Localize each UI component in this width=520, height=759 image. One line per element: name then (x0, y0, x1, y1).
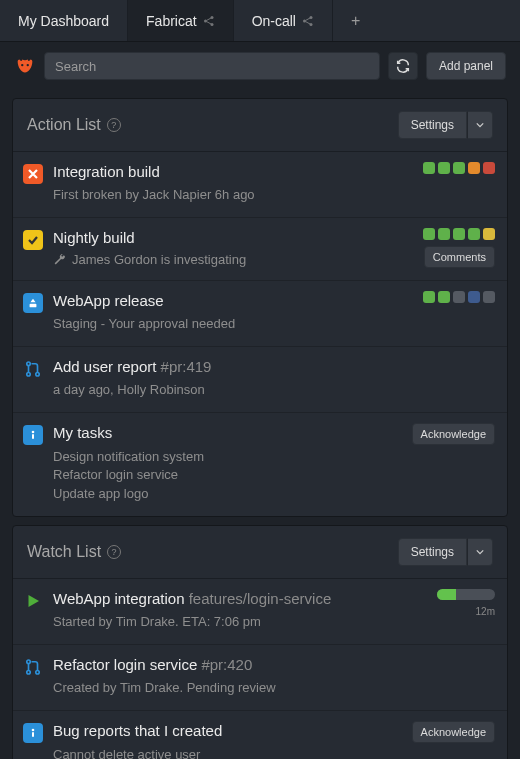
plus-icon: + (351, 12, 360, 30)
tab-label: On-call (252, 13, 296, 29)
settings-button[interactable]: Settings (398, 538, 467, 566)
chevron-down-icon (476, 548, 484, 556)
peg (438, 162, 450, 174)
svg-point-14 (27, 660, 30, 663)
watch-list-panel: Watch List ? Settings WebApp integration… (12, 525, 508, 759)
button-label: Acknowledge (421, 428, 486, 440)
chevron-down-icon (476, 121, 484, 129)
build-history-pegs (423, 291, 495, 303)
watch-item-refactor-login[interactable]: Refactor login service #pr:420 Created b… (13, 645, 507, 711)
svg-point-9 (27, 362, 30, 365)
item-bug-lines: Cannot delete active user Unexpected use… (53, 746, 394, 760)
app-logo (14, 55, 36, 77)
pr-tag: #pr:419 (161, 358, 212, 375)
item-title: WebApp release (53, 291, 405, 311)
search-input[interactable] (44, 52, 380, 80)
pull-request-icon (23, 657, 43, 677)
help-icon[interactable]: ? (107, 545, 121, 559)
action-item-nightly-build[interactable]: Nightly build James Gordon is investigat… (13, 218, 507, 281)
settings-split-button: Settings (398, 538, 493, 566)
button-label: Settings (411, 545, 454, 559)
svg-rect-13 (32, 434, 34, 439)
settings-button[interactable]: Settings (398, 111, 467, 139)
item-subtitle: Started by Tim Drake. ETA: 7:06 pm (53, 613, 419, 632)
release-icon (23, 293, 43, 313)
peg (468, 228, 480, 240)
item-title: Integration build (53, 162, 405, 182)
peg (483, 162, 495, 174)
action-list-panel: Action List ? Settings Integration build… (12, 98, 508, 517)
peg (438, 228, 450, 240)
status-warning-icon (23, 230, 43, 250)
svg-point-12 (32, 431, 35, 434)
progress-fill (437, 589, 456, 600)
item-subtitle: Staging - Your approval needed (53, 315, 405, 334)
peg (423, 291, 435, 303)
peg (453, 162, 465, 174)
item-title: Refactor login service #pr:420 (53, 655, 495, 675)
action-item-integration-build[interactable]: Integration build First broken by Jack N… (13, 152, 507, 218)
item-title: My tasks (53, 423, 394, 443)
wrench-icon (53, 253, 66, 266)
button-label: Comments (433, 251, 486, 263)
info-icon (23, 723, 43, 743)
action-item-my-tasks[interactable]: My tasks Design notification system Refa… (13, 413, 507, 516)
watch-item-webapp-integration[interactable]: WebApp integration features/login-servic… (13, 579, 507, 645)
action-item-add-user-report[interactable]: Add user report #pr:419 a day ago, Holly… (13, 347, 507, 413)
svg-point-10 (27, 373, 30, 376)
progress-bar (437, 589, 495, 600)
acknowledge-button[interactable]: Acknowledge (412, 721, 495, 743)
item-task-lines: Design notification system Refactor logi… (53, 448, 394, 505)
status-error-icon (23, 164, 43, 184)
button-label: Settings (411, 118, 454, 132)
tab-my-dashboard[interactable]: My Dashboard (0, 0, 128, 41)
share-icon (302, 15, 314, 27)
item-subtitle: a day ago, Holly Robinson (53, 381, 495, 400)
info-icon (23, 425, 43, 445)
peg (468, 162, 480, 174)
panel-title: Watch List (27, 543, 101, 561)
svg-point-6 (21, 64, 23, 66)
comments-button[interactable]: Comments (424, 246, 495, 268)
watch-item-bug-reports[interactable]: Bug reports that I created Cannot delete… (13, 711, 507, 759)
item-title: Add user report #pr:419 (53, 357, 495, 377)
toolbar: Add panel (0, 42, 520, 90)
tab-oncall[interactable]: On-call (234, 0, 333, 41)
build-history-pegs (423, 228, 495, 240)
item-title: WebApp integration features/login-servic… (53, 589, 419, 609)
refresh-icon (395, 58, 411, 74)
button-label: Add panel (439, 59, 493, 73)
branch-tag: features/login-service (189, 590, 332, 607)
svg-point-11 (36, 373, 39, 376)
action-item-webapp-release[interactable]: WebApp release Staging - Your approval n… (13, 281, 507, 347)
peg (438, 291, 450, 303)
settings-caret[interactable] (467, 111, 493, 139)
svg-rect-8 (30, 304, 37, 307)
add-panel-button[interactable]: Add panel (426, 52, 506, 80)
build-history-pegs (423, 162, 495, 174)
help-icon[interactable]: ? (107, 118, 121, 132)
svg-point-7 (27, 64, 29, 66)
peg (483, 228, 495, 240)
peg (423, 228, 435, 240)
pull-request-icon (23, 359, 43, 379)
svg-rect-18 (32, 732, 34, 737)
peg (483, 291, 495, 303)
tab-fabricat[interactable]: Fabricat (128, 0, 234, 41)
peg (453, 228, 465, 240)
panel-header: Watch List ? Settings (13, 526, 507, 579)
pr-tag: #pr:420 (201, 656, 252, 673)
settings-caret[interactable] (467, 538, 493, 566)
item-subtitle: James Gordon is investigating (72, 252, 246, 267)
panel-title: Action List (27, 116, 101, 134)
button-label: Acknowledge (421, 726, 486, 738)
refresh-button[interactable] (388, 52, 418, 80)
peg (423, 162, 435, 174)
tab-add[interactable]: + (333, 0, 378, 41)
share-icon (203, 15, 215, 27)
elapsed-time: 12m (476, 606, 495, 617)
acknowledge-button[interactable]: Acknowledge (412, 423, 495, 445)
svg-point-15 (27, 671, 30, 674)
svg-point-16 (36, 671, 39, 674)
tab-label: My Dashboard (18, 13, 109, 29)
